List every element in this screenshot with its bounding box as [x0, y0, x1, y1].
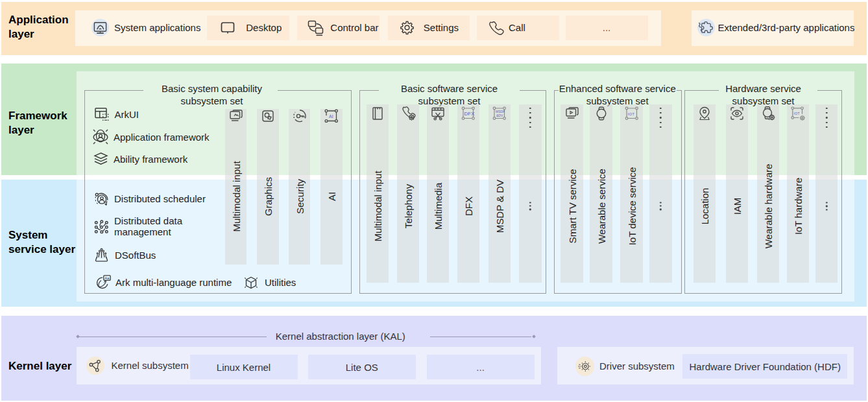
svg-text:AI: AI — [329, 114, 333, 119]
svg-text:IOT: IOT — [793, 111, 800, 115]
svg-text:DFX: DFX — [464, 111, 476, 117]
svg-text:&DV: &DV — [496, 113, 503, 117]
svg-text:Aa: Aa — [104, 276, 110, 279]
svg-text:IOT: IOT — [627, 112, 634, 115]
